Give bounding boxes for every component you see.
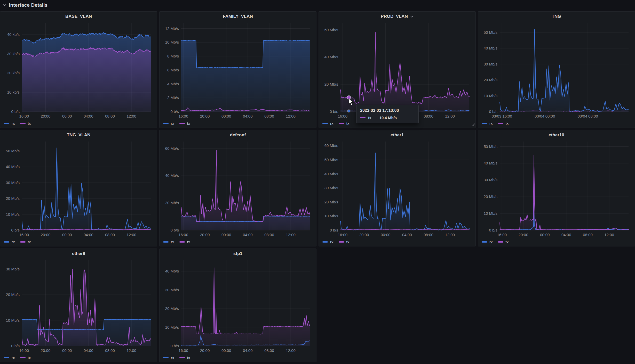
panel-tng: TNG0 b/s10 Mb/s20 Mb/s30 Mb/s40 Mb/s50 M… [478, 11, 635, 128]
legend-item-rx[interactable]: rx [163, 355, 174, 360]
legend-item-tx[interactable]: tx [339, 121, 350, 126]
timeseries-chart-prod_vlan[interactable]: 0 b/s20 Mb/s40 Mb/s60 Mb/s16:0020:0000:0… [321, 20, 473, 120]
legend-swatch-tx [179, 241, 185, 243]
timeseries-chart-tng_vlan[interactable]: 0 b/s10 Mb/s20 Mb/s30 Mb/s40 Mb/s50 Mb/s… [3, 139, 154, 238]
legend: rxtx [321, 120, 473, 127]
panel-header-tng_vlan[interactable]: TNG_VLAN [3, 131, 154, 139]
panel-title: PROD_VLAN [381, 14, 408, 19]
svg-text:40 Mb/s: 40 Mb/s [324, 172, 338, 176]
dashboard-root: Interface Details BASE_VLAN0 b/s10 kb/s2… [0, 0, 635, 364]
legend-item-rx[interactable]: rx [163, 121, 174, 126]
chart-area-ether10[interactable]: 0 b/s10 Mb/s20 Mb/s30 Mb/s40 Mb/s50 Mb/s… [481, 139, 632, 238]
legend-swatch-tx [20, 241, 26, 243]
chart-area-ether1[interactable]: 0 b/s10 Mb/s20 Mb/s30 Mb/s40 Mb/s50 Mb/s… [321, 139, 473, 238]
panel-header-ether8[interactable]: ether8 [3, 250, 154, 258]
svg-text:12:00: 12:00 [126, 114, 136, 118]
svg-text:16:00: 16:00 [338, 114, 348, 118]
svg-text:20 Mb/s: 20 Mb/s [324, 82, 338, 86]
legend-item-tx[interactable]: tx [20, 240, 31, 244]
legend-item-rx[interactable]: rx [4, 240, 15, 244]
legend-item-rx[interactable]: rx [4, 355, 15, 360]
panel-resize-handle[interactable] [472, 122, 475, 127]
panel-defconf: defconf0 b/s20 Mb/s40 Mb/s60 Mb/s16:0020… [159, 130, 316, 246]
panel-title: TNG [552, 14, 561, 19]
svg-text:0 b/s: 0 b/s [11, 109, 20, 114]
legend-item-rx[interactable]: rx [322, 121, 334, 126]
svg-text:12:00: 12:00 [126, 233, 136, 237]
svg-text:04:00: 04:00 [84, 348, 93, 353]
panel-header-ether10[interactable]: ether10 [481, 131, 632, 139]
timeseries-chart-tng[interactable]: 0 b/s10 Mb/s20 Mb/s30 Mb/s40 Mb/s50 Mb/s… [481, 20, 632, 120]
panel-header-tng[interactable]: TNG [481, 13, 632, 20]
legend-item-rx[interactable]: rx [482, 240, 493, 244]
legend-item-tx[interactable]: tx [179, 355, 190, 360]
legend-item-rx[interactable]: rx [482, 121, 493, 126]
svg-text:40 kb/s: 40 kb/s [7, 32, 20, 37]
legend-item-rx[interactable]: rx [4, 121, 15, 126]
chart-area-family_vlan[interactable]: 0 b/s2 Mb/s4 Mb/s6 Mb/s8 Mb/s10 Mb/s12 M… [162, 20, 314, 120]
chart-area-prod_vlan[interactable]: 0 b/s20 Mb/s40 Mb/s60 Mb/s16:0020:0000:0… [321, 20, 473, 120]
legend-swatch-tx [339, 123, 344, 124]
panel-header-ether1[interactable]: ether1 [321, 131, 473, 139]
panel-header-sfp1[interactable]: sfp1 [162, 250, 314, 258]
svg-text:10 Mb/s: 10 Mb/s [165, 40, 179, 44]
legend-item-tx[interactable]: tx [179, 240, 190, 244]
svg-text:16:00: 16:00 [19, 233, 29, 237]
panel-menu-chevron-icon[interactable] [410, 15, 414, 19]
chart-area-sfp1[interactable]: 0 b/s10 Mb/s20 Mb/s30 Mb/s40 Mb/s16:0020… [162, 258, 314, 354]
svg-text:0 b/s: 0 b/s [170, 344, 179, 348]
hovered-point-rx [348, 110, 350, 112]
timeseries-chart-ether10[interactable]: 0 b/s10 Mb/s20 Mb/s30 Mb/s40 Mb/s50 Mb/s… [481, 139, 632, 238]
chart-area-ether8[interactable]: 0 b/s10 Mb/s20 Mb/s30 Mb/s16:0020:0000:0… [3, 258, 154, 354]
panel-grid: BASE_VLAN0 b/s10 kb/s20 kb/s30 kb/s40 kb… [0, 11, 635, 364]
svg-text:12:00: 12:00 [604, 233, 614, 237]
svg-text:00:00: 00:00 [381, 114, 391, 118]
panel-header-prod_vlan[interactable]: PROD_VLAN [321, 13, 473, 20]
timeseries-chart-sfp1[interactable]: 0 b/s10 Mb/s20 Mb/s30 Mb/s40 Mb/s16:0020… [162, 258, 314, 354]
panel-header-defconf[interactable]: defconf [162, 131, 314, 139]
svg-text:00:00: 00:00 [62, 233, 72, 237]
timeseries-chart-defconf[interactable]: 0 b/s20 Mb/s40 Mb/s60 Mb/s16:0020:0000:0… [162, 139, 314, 238]
svg-text:16:00: 16:00 [19, 114, 29, 118]
chart-area-defconf[interactable]: 0 b/s20 Mb/s40 Mb/s60 Mb/s16:0020:0000:0… [162, 139, 314, 238]
legend-item-tx[interactable]: tx [339, 240, 350, 244]
svg-text:04:00: 04:00 [84, 233, 93, 237]
chart-area-tng_vlan[interactable]: 0 b/s10 Mb/s20 Mb/s30 Mb/s40 Mb/s50 Mb/s… [3, 139, 154, 238]
legend: rxtx [3, 238, 154, 245]
svg-text:20:00: 20:00 [200, 114, 210, 118]
svg-text:20 Mb/s: 20 Mb/s [165, 306, 179, 311]
timeseries-chart-base_vlan[interactable]: 0 b/s10 kb/s20 kb/s30 kb/s40 kb/s16:0020… [3, 20, 154, 120]
svg-text:10 kb/s: 10 kb/s [7, 90, 20, 94]
svg-text:20:00: 20:00 [359, 233, 369, 237]
legend-item-tx[interactable]: tx [20, 355, 31, 360]
legend-item-tx[interactable]: tx [498, 240, 509, 244]
legend-item-tx[interactable]: tx [20, 121, 31, 126]
series-area-rx [181, 40, 310, 112]
svg-text:20 Mb/s: 20 Mb/s [484, 78, 497, 82]
svg-text:08:00: 08:00 [264, 233, 274, 237]
panel-header-family_vlan[interactable]: FAMILY_VLAN [162, 13, 314, 20]
svg-text:20 Mb/s: 20 Mb/s [324, 200, 338, 204]
chart-area-tng[interactable]: 0 b/s10 Mb/s20 Mb/s30 Mb/s40 Mb/s50 Mb/s… [481, 20, 632, 120]
row-interface-details[interactable]: Interface Details [0, 0, 47, 10]
legend-label: tx [506, 121, 509, 126]
panel-header-base_vlan[interactable]: BASE_VLAN [3, 13, 154, 20]
legend-item-tx[interactable]: tx [498, 121, 509, 126]
legend-item-rx[interactable]: rx [322, 240, 334, 244]
timeseries-chart-ether8[interactable]: 0 b/s10 Mb/s20 Mb/s30 Mb/s16:0020:0000:0… [3, 258, 154, 354]
svg-text:40 Mb/s: 40 Mb/s [484, 46, 497, 50]
timeseries-chart-family_vlan[interactable]: 0 b/s2 Mb/s4 Mb/s6 Mb/s8 Mb/s10 Mb/s12 M… [162, 20, 314, 120]
legend-item-tx[interactable]: tx [179, 121, 190, 126]
chart-area-base_vlan[interactable]: 0 b/s10 kb/s20 kb/s30 kb/s40 kb/s16:0020… [3, 20, 154, 120]
svg-text:50 Mb/s: 50 Mb/s [6, 149, 20, 153]
timeseries-chart-ether1[interactable]: 0 b/s10 Mb/s20 Mb/s30 Mb/s40 Mb/s50 Mb/s… [321, 139, 473, 238]
svg-text:00:00: 00:00 [221, 114, 231, 118]
svg-text:04:00: 04:00 [243, 233, 253, 237]
svg-text:40 Mb/s: 40 Mb/s [324, 55, 338, 59]
legend-label: rx [12, 121, 15, 126]
svg-text:16:00: 16:00 [179, 348, 188, 353]
svg-text:08:00: 08:00 [105, 114, 115, 118]
series-area-rx [500, 29, 629, 112]
legend: rxtx [3, 120, 154, 127]
legend-item-rx[interactable]: rx [163, 240, 174, 244]
